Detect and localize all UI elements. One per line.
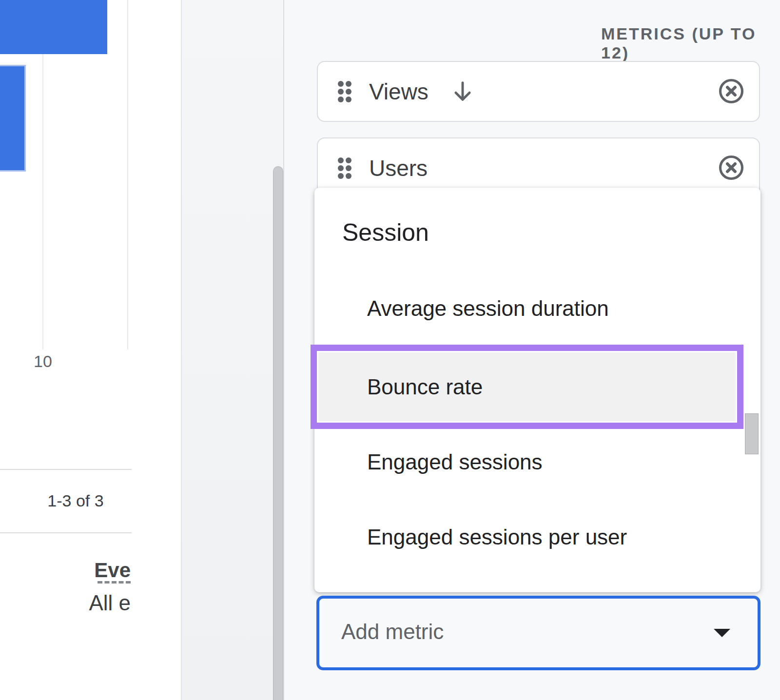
divider [0,532,132,533]
close-circle-icon [718,155,744,181]
column-header-dashed-underline [98,581,131,583]
bounce-rate-highlight-box: Bounce rate [311,345,743,429]
close-circle-icon [718,78,744,104]
chart-gridline [127,0,128,350]
remove-metric-button[interactable] [718,78,744,104]
table-pagination: 1-3 of 3 [20,491,132,510]
dropdown-option-engaged-sessions-per-user[interactable]: Engaged sessions per user [367,523,627,552]
report-chart-card: 10 1-3 of 3 Eve All e [0,0,181,700]
metrics-panel-heading: METRICS (UP TO 12) [601,24,780,62]
dropdown-option-hover-background: Bounce rate [318,352,736,421]
add-metric-select[interactable]: Add metric [316,596,760,670]
chart-bar[interactable] [0,65,26,172]
divider [0,469,132,470]
dropdown-scrollbar-thumb[interactable] [745,413,759,454]
dropdown-caret-icon [714,629,730,637]
dropdown-group-header: Session [342,218,429,247]
metric-card-label: Users [369,155,428,181]
dropdown-option-engaged-sessions[interactable]: Engaged sessions [367,447,543,477]
dropdown-option-bounce-rate[interactable]: Bounce rate [367,352,736,421]
drag-handle-icon[interactable] [338,81,351,102]
add-metric-placeholder: Add metric [341,599,444,664]
table-column-header[interactable]: Eve [0,559,131,582]
chart-bar[interactable] [0,0,107,54]
main-scrollbar-thumb[interactable] [273,166,283,700]
ga4-customize-report-screen: 10 1-3 of 3 Eve All e METRICS (UP TO 12)… [0,0,780,700]
remove-metric-button[interactable] [718,155,744,181]
drag-handle-icon[interactable] [338,157,351,179]
content-gutter [181,0,284,700]
x-axis-tick-label: 10 [23,352,62,371]
sort-descending-arrow-icon[interactable] [450,79,475,104]
table-row-label: All e [0,591,131,615]
dropdown-option-average-session-duration[interactable]: Average session duration [367,294,609,323]
metric-card-label: Views [369,78,429,105]
metric-card-views[interactable]: Views [317,61,760,122]
